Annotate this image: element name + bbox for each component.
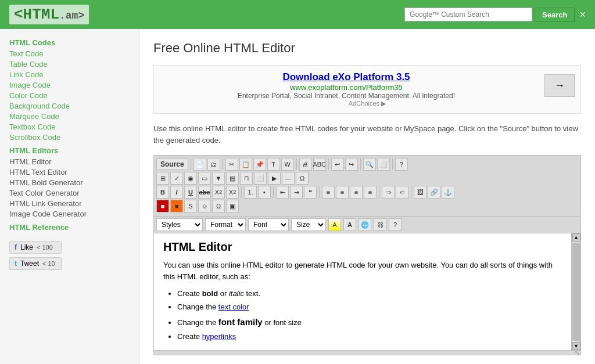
tb-specialchar-button[interactable]: Ω [296,172,309,185]
tb-bgcolor-button[interactable]: A [343,218,356,231]
sidebar-item-html-bold-generator[interactable]: HTML Bold Generator [9,178,130,187]
tb-color2-button[interactable]: ■ [170,200,183,212]
tb-templates-button[interactable]: 🗂 [207,158,220,171]
facebook-like-button[interactable]: f Like < 100 [9,241,62,254]
sidebar-item-table-code[interactable]: Table Code [9,60,130,69]
tb-flash-button[interactable]: ▶ [268,172,281,185]
format-select[interactable]: Format [205,218,246,231]
tb-findreplace-button[interactable]: 🔍 [363,158,376,171]
sidebar-item-marquee-code[interactable]: Marquee Code [9,112,130,121]
tb-pastetext-button[interactable]: T [267,158,280,171]
sidebar-item-background-code[interactable]: Background Code [9,102,130,110]
sidebar-item-html-text-editor[interactable]: HTML Text Editor [9,168,130,176]
tb-outdent-button[interactable]: ⇤ [276,186,289,199]
tb-anchor-button[interactable]: ⚓ [442,186,454,199]
sidebar-item-html-editors[interactable]: HTML Editors [9,146,130,155]
search-button[interactable]: Search [535,8,575,22]
font-select[interactable]: Font [248,218,289,231]
tb-underline-button[interactable]: U [184,186,197,199]
sidebar-item-html-link-generator[interactable]: HTML Link Generator [9,199,130,208]
tb-copy-button[interactable]: 📋 [239,158,252,171]
tb-superscript-button[interactable]: X2 [226,186,239,199]
sidebar-item-html-reference[interactable]: HTML Reference [9,223,130,232]
tb-btn-button[interactable]: ⊓ [240,172,253,185]
tb-style-button[interactable]: S [184,200,197,212]
toolbar-row-3: B I U abc X2 X2 1. • ⇤ ⇥ ❝ ≡ ≡ ≡ [156,186,578,199]
tb-newdoc-button[interactable]: 📄 [193,158,206,171]
tb-table-button[interactable]: ⊞ [156,172,169,185]
logo: <HTML.am> [9,5,89,24]
tb-redo-button[interactable]: ↪ [345,158,358,171]
tb-subscript-button[interactable]: X2 [212,186,225,199]
tb-link3-button[interactable]: 🌐 [359,218,371,231]
tb-select-button[interactable]: ▼ [212,172,225,185]
tb-indent-button[interactable]: ⇥ [290,186,303,199]
tb-bold-button[interactable]: B [156,186,169,199]
sidebar-item-link-code[interactable]: Link Code [9,70,130,79]
bullet4-link[interactable]: hyperlinks [202,332,236,341]
tb-radio-button[interactable]: ◉ [184,172,197,185]
ad-choices[interactable]: AdChoices ▶ [349,100,386,107]
sidebar-item-html-editor[interactable]: HTML Editor [9,157,130,166]
tb-unlink-button[interactable]: ⛓ [374,218,386,231]
source-button[interactable]: Source [156,158,188,170]
sidebar-item-html-codes[interactable]: HTML Codes [9,38,130,47]
tb-horizontal-button[interactable]: — [282,172,295,185]
tb-form-button[interactable]: ▣ [226,200,239,212]
tb-selectall-button[interactable]: ⬜ [377,158,390,171]
tb-cut-button[interactable]: ✂ [225,158,238,171]
tb-alignleft-button[interactable]: ≡ [322,186,335,199]
tb-alignright-button[interactable]: ≡ [350,186,363,199]
description: Use this online HTML editor to create fr… [153,123,581,146]
tb-unorderedlist-button[interactable]: • [258,186,271,199]
tb-ltr-button[interactable]: ⇒ [382,186,395,199]
tb-justify-button[interactable]: ≡ [364,186,377,199]
tb-omega-button[interactable]: Ω [212,200,225,212]
bullet2-colored[interactable]: text color [218,302,249,311]
close-icon[interactable]: × [579,9,586,21]
tb-textarea-button[interactable]: ▤ [226,172,239,185]
sidebar-item-color-code[interactable]: Color Code [9,91,130,100]
sidebar-item-text-color-generator[interactable]: Text Color Generator [9,189,130,197]
tb-textcolor-button[interactable]: A [328,218,341,231]
tb-rtl-button[interactable]: ⇐ [396,186,408,199]
tb-color1-button[interactable]: ■ [156,200,169,212]
tb-image-button[interactable]: 🖼 [414,186,426,199]
styles-select[interactable]: Styles [156,218,203,231]
tb-emoji-button[interactable]: ☺ [198,200,211,212]
tb-help-button[interactable]: ? [395,158,408,171]
scroll-down-button[interactable]: ▼ [572,342,580,350]
sidebar-item-image-code[interactable]: Image Code [9,81,130,89]
sidebar-item-textbox-code[interactable]: Textbox Code [9,122,130,131]
editor-resize-handle[interactable]: ⤡ [154,350,580,355]
tb-aligncenter-button[interactable]: ≡ [336,186,349,199]
tb-link2-button[interactable]: 🔗 [428,186,440,199]
size-select[interactable]: Size [291,218,326,231]
tb-paste-button[interactable]: 📌 [253,158,266,171]
list-item-1: Create bold or italic text. [177,287,562,300]
tb-undo-button[interactable]: ↩ [331,158,344,171]
tb-iframe-button[interactable]: ⬜ [254,172,267,185]
editor-body[interactable]: HTML Editor You can use this online HTML… [154,233,571,350]
search-input[interactable] [404,8,532,21]
tb-print-button[interactable]: 🖨 [299,158,312,171]
tb-orderedlist-button[interactable]: 1. [244,186,257,199]
tb-blockquote-button[interactable]: ❝ [304,186,317,199]
tb-check-button[interactable]: ✓ [170,172,183,185]
ad-arrow-button[interactable]: → [544,74,575,97]
ad-description: Enterprise Portal, Social Intranet, Cont… [160,92,533,100]
tb-strike-button[interactable]: abc [198,186,211,199]
tb-input-button[interactable]: ▭ [198,172,211,185]
tb-help2-button[interactable]: ? [389,218,402,231]
ad-link[interactable]: Download eXo Platform 3.5 [282,71,410,82]
sidebar-item-text-code[interactable]: Text Code [9,49,130,58]
tb-spellcheck-button[interactable]: ABC [313,158,326,171]
sidebar-item-scrollbox-code[interactable]: Scrollbox Code [9,133,130,142]
scroll-up-button[interactable]: ▲ [572,233,580,242]
twitter-tweet-button[interactable]: t Tweet < 10 [9,257,62,270]
tb-pasteword-button[interactable]: W [281,158,294,171]
sidebar-item-image-code-generator[interactable]: Image Code Generator [9,210,130,218]
tb-italic-button[interactable]: I [170,186,183,199]
scroll-thumb[interactable] [572,243,580,341]
toolbar-sep-2 [223,158,223,170]
